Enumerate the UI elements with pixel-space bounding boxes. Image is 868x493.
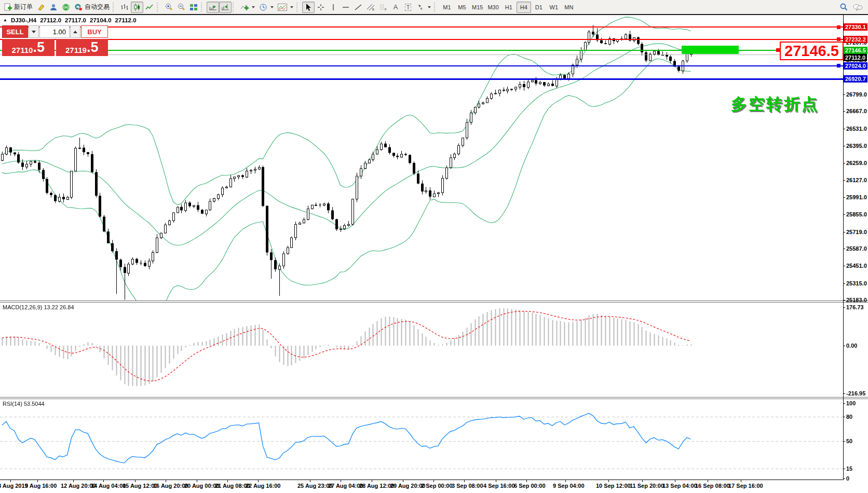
profile-button[interactable] — [47, 2, 60, 13]
price-callout-label[interactable]: 27146.5 — [780, 42, 844, 60]
panel-separator[interactable] — [0, 300, 868, 303]
trendline-tool-button[interactable] — [352, 2, 364, 13]
bid-main: 27110 — [12, 46, 33, 56]
timeframe-h4-button[interactable]: H4 — [517, 2, 531, 13]
tile-windows-button[interactable] — [187, 2, 200, 13]
timeframe-m5-button[interactable]: M5 — [455, 2, 469, 13]
bid-price-display[interactable]: 27110 .5 — [2, 39, 55, 56]
rsi-indicator-label: RSI(14) 53.5044 — [3, 401, 45, 407]
templates-button[interactable] — [276, 2, 295, 13]
highlight-button[interactable] — [35, 2, 47, 13]
date-axis-label: 4 Sep 16:00 — [483, 483, 515, 489]
main-chart-canvas[interactable] — [0, 15, 843, 303]
price-level-line[interactable] — [0, 65, 843, 66]
bar-chart-button[interactable] — [118, 2, 131, 13]
date-axis-label: 3 Sep 08:00 — [452, 483, 483, 489]
price-level-line[interactable] — [0, 78, 843, 80]
autotrading-button[interactable]: 自动交易 — [72, 2, 112, 13]
date-tick-mark — [372, 480, 372, 482]
zoom-out-button[interactable] — [175, 2, 187, 13]
vertical-line-tool-button[interactable] — [327, 2, 340, 13]
rsi-chart-canvas[interactable] — [0, 399, 843, 480]
date-tick-mark — [708, 480, 708, 482]
autotrading-icon — [74, 3, 83, 11]
search-button[interactable] — [837, 2, 850, 13]
caret-down-icon — [290, 6, 293, 8]
high-value: 27117.0 — [65, 17, 86, 23]
auto-scroll-button[interactable] — [207, 2, 219, 13]
line-chart-button[interactable] — [143, 2, 156, 13]
symbol-period: DJ30-,H4 — [11, 17, 36, 23]
line-anchor-marker[interactable] — [776, 48, 780, 52]
price-level-line[interactable] — [0, 54, 843, 55]
template-icon — [278, 4, 287, 11]
price-level-line[interactable] — [0, 26, 843, 28]
periods-button[interactable] — [257, 2, 276, 13]
date-tick-mark — [526, 480, 527, 482]
chart-shift-button[interactable] — [219, 2, 232, 13]
chinese-annotation[interactable]: 多空转折点 — [731, 93, 819, 115]
label-tool-button[interactable]: T — [402, 2, 414, 13]
lot-increase-button[interactable] — [70, 25, 80, 38]
text-tool-button[interactable]: A — [389, 2, 402, 13]
price-tick-label: 25451.0 — [846, 263, 867, 269]
arrow-up-icon — [73, 31, 77, 33]
indicators-icon — [240, 3, 249, 11]
date-tick-mark — [642, 480, 643, 482]
new-order-button[interactable]: 新订单 — [2, 2, 35, 13]
macd-chart-canvas[interactable] — [0, 303, 843, 397]
ask-price-display[interactable]: 27119 .5 — [56, 39, 108, 56]
autotrading-label: 自动交易 — [85, 3, 110, 11]
price-tick-label: 25991.0 — [846, 194, 867, 200]
svg-text:E: E — [372, 8, 374, 11]
indicators-button[interactable] — [238, 2, 257, 13]
mt-terminal-window: 新订单 自动交易 — [0, 0, 868, 493]
ask-main: 27119 — [65, 46, 87, 56]
crosshair-tool-button[interactable] — [315, 2, 327, 13]
toolbar-grip — [157, 3, 161, 12]
price-level-label: 26920.7 — [844, 75, 867, 83]
rsi-tick-mark — [843, 478, 845, 479]
cursor-icon — [304, 3, 313, 11]
lot-size-input[interactable] — [39, 25, 70, 38]
date-tick-mark — [310, 480, 310, 482]
trendline-icon — [354, 3, 362, 11]
macd-scale-label: 176.73 — [846, 304, 864, 310]
open-value: 27112.0 — [40, 17, 61, 23]
horizontal-line-tool-button[interactable] — [340, 2, 352, 13]
date-axis-label: 14 Aug 04:00 — [91, 483, 126, 489]
price-tick-label: 26127.0 — [846, 177, 867, 183]
arrows-tool-button[interactable] — [414, 2, 433, 13]
timeframe-h1-button[interactable]: H1 — [501, 2, 516, 13]
timeframe-w1-button[interactable]: W1 — [547, 2, 561, 13]
chat-button[interactable] — [850, 2, 865, 13]
timeframe-m1-button[interactable]: M1 — [440, 2, 454, 13]
panel-separator[interactable] — [0, 397, 868, 399]
signals-button[interactable] — [60, 2, 72, 13]
timeframe-m30-button[interactable]: M30 — [485, 2, 500, 13]
channel-tool-button[interactable]: E — [364, 2, 377, 13]
date-tick-mark — [341, 480, 341, 482]
supply-zone-rectangle[interactable] — [682, 46, 739, 54]
date-axis-label: 6 Sep 00:00 — [514, 483, 546, 489]
timeframe-mn-button[interactable]: MN — [562, 2, 576, 13]
collapse-arrow-icon[interactable]: ▲ — [3, 18, 7, 24]
fibonacci-tool-button[interactable]: F — [377, 2, 389, 13]
price-tick-label: 26667.0 — [846, 108, 867, 114]
price-tick-mark — [843, 197, 845, 198]
line-anchor-marker[interactable] — [837, 37, 840, 41]
rsi-scale-label: 100 — [846, 400, 856, 406]
line-anchor-marker[interactable] — [837, 64, 840, 67]
sell-button[interactable]: SELL — [2, 25, 28, 38]
date-tick-mark — [403, 480, 403, 482]
timeframe-m15-button[interactable]: M15 — [470, 2, 485, 13]
lot-decrease-button[interactable] — [29, 25, 39, 38]
candlestick-chart-button[interactable] — [131, 2, 143, 13]
cursor-tool-button[interactable] — [302, 2, 315, 13]
price-level-line[interactable] — [0, 39, 843, 40]
zoom-in-button[interactable] — [162, 2, 175, 13]
ask-frac: .5 — [87, 40, 99, 55]
buy-button[interactable]: BUY — [81, 25, 108, 38]
timeframe-d1-button[interactable]: D1 — [532, 2, 546, 13]
line-anchor-marker[interactable] — [837, 25, 840, 29]
